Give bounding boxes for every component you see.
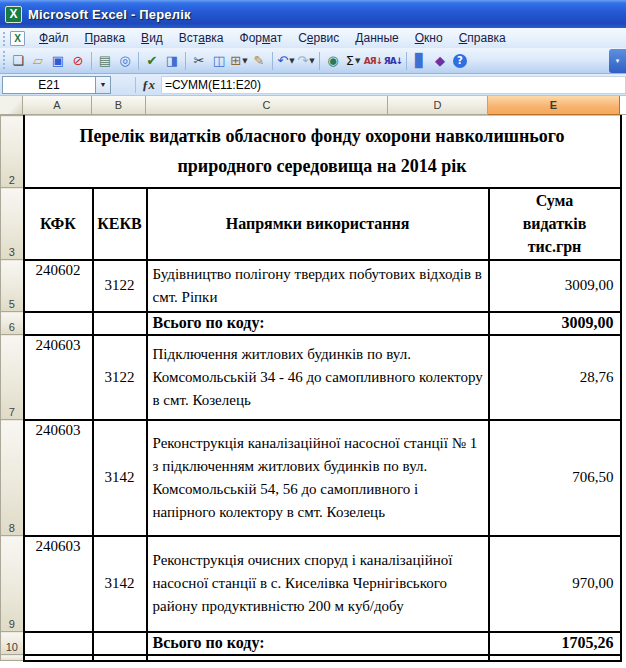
insert-hyperlink-icon[interactable]: ◉ xyxy=(323,51,343,71)
cell-direction[interactable]: Будівництво полігону твердих побутових в… xyxy=(147,260,489,312)
cell-kfk[interactable]: 240603 xyxy=(24,335,93,420)
formula-input[interactable]: =СУММ(E11:E20) xyxy=(161,76,626,94)
expense-table: 2 Перелік видатків обласного фонду охоро… xyxy=(0,115,622,662)
cell-sum[interactable]: 970,00 xyxy=(489,536,621,632)
cell-total-sum[interactable]: 1705,26 xyxy=(489,632,621,655)
row-header-8[interactable]: 8 xyxy=(1,420,24,536)
menu-bar: X ФайлПравкаВидВставкаФорматСервисДанные… xyxy=(0,28,626,48)
table-row-total: 6 Всього по коду: 3009,00 xyxy=(1,312,621,335)
menubar-drag-handle[interactable] xyxy=(1,30,6,46)
header-sum-line1: Сума xyxy=(490,189,620,212)
new-document-icon[interactable]: ❏ xyxy=(8,51,28,71)
cell-direction[interactable]: Реконструкція очисних споруд і каналізац… xyxy=(147,536,489,632)
cell-direction[interactable]: Реконструкція каналізаційної насосної ст… xyxy=(147,420,489,536)
cell-kekv[interactable]: 3142 xyxy=(93,420,147,536)
autosum-dropdown-arrow-icon[interactable]: ▼ xyxy=(355,57,360,65)
row-header-2[interactable]: 2 xyxy=(1,116,24,188)
window-title: Microsoft Excel - Перелік xyxy=(28,7,191,22)
cell-kfk[interactable]: 240603 xyxy=(24,536,93,632)
standard-toolbar: ❏▱▣⊘▤◎✔◨✂◫⊞▼✎↶▼↷▼◉Σ▼АЯ↓ЯА↓▊◆? ▾ xyxy=(0,48,626,74)
menu-item-2[interactable]: Вид xyxy=(133,29,171,47)
header-kfk[interactable]: КФК xyxy=(24,188,93,260)
cell-total-sum[interactable]: 3009,00 xyxy=(489,312,621,335)
row-header-10[interactable]: 10 xyxy=(1,632,24,655)
sheet-title-line1: Перелік видатків обласного фонду охорони… xyxy=(25,121,620,151)
select-all-corner[interactable] xyxy=(0,96,23,115)
column-header-a[interactable]: A xyxy=(23,96,92,115)
research-icon[interactable]: ◨ xyxy=(162,51,182,71)
row-header-5[interactable]: 5 xyxy=(1,260,24,312)
cell-total-label[interactable]: Всього по коду: xyxy=(147,312,489,335)
column-header-e-selected[interactable]: E xyxy=(488,96,620,115)
header-sum[interactable]: Сума видатків тис.грн xyxy=(489,188,621,260)
name-box[interactable]: E21 xyxy=(2,76,96,94)
cell-empty[interactable] xyxy=(24,312,93,335)
toolbar-separator xyxy=(272,52,273,70)
cut-icon[interactable]: ✂ xyxy=(189,51,209,71)
menu-item-3[interactable]: Вставка xyxy=(171,29,232,47)
undo-icon[interactable]: ↶▼ xyxy=(276,51,296,71)
cell-sum[interactable]: 28,76 xyxy=(489,335,621,420)
autosum-icon[interactable]: Σ▼ xyxy=(343,51,363,71)
menu-item-1[interactable]: Правка xyxy=(77,29,134,47)
cell-empty[interactable] xyxy=(24,655,93,661)
redo-dropdown-arrow-icon[interactable]: ▼ xyxy=(309,57,314,65)
insert-function-icon[interactable]: ƒx xyxy=(135,77,161,93)
cell-kfk[interactable]: 240602 xyxy=(24,260,93,312)
save-icon[interactable]: ▣ xyxy=(48,51,68,71)
menu-item-6[interactable]: Данные xyxy=(347,29,406,47)
paste-icon[interactable]: ⊞▼ xyxy=(229,51,249,71)
column-header-d[interactable]: D xyxy=(388,96,488,115)
toolbar-options-button[interactable]: ▾ xyxy=(609,49,626,73)
header-directions[interactable]: Напрямки використання xyxy=(147,188,489,260)
sort-descending-icon[interactable]: ЯА↓ xyxy=(383,51,403,71)
row-header-3[interactable]: 3 xyxy=(1,188,24,260)
cell-direction[interactable]: Підключення житлових будинків по вул. Ко… xyxy=(147,335,489,420)
workbook-icon[interactable]: X xyxy=(10,31,25,46)
cell-empty[interactable] xyxy=(93,312,147,335)
cell-empty[interactable] xyxy=(489,655,621,661)
permission-icon[interactable]: ⊘ xyxy=(68,51,88,71)
window-titlebar: X Microsoft Excel - Перелік xyxy=(0,0,626,28)
menu-item-7[interactable]: Окно xyxy=(407,29,451,47)
cell-empty[interactable] xyxy=(93,655,147,661)
drawing-icon[interactable]: ◆ xyxy=(430,51,450,71)
open-folder-icon[interactable]: ▱ xyxy=(28,51,48,71)
cell-sum[interactable]: 706,50 xyxy=(489,420,621,536)
cell-kekv[interactable]: 3122 xyxy=(93,260,147,312)
row-header-9[interactable]: 9 xyxy=(1,536,24,632)
cell-total-label[interactable]: Всього по коду: xyxy=(147,632,489,655)
header-kekv[interactable]: КЕКВ xyxy=(93,188,147,260)
copy-icon[interactable]: ◫ xyxy=(209,51,229,71)
menu-item-8[interactable]: Справка xyxy=(451,29,514,47)
sheet-title-cell[interactable]: Перелік видатків обласного фонду охорони… xyxy=(24,116,621,188)
row-header-11[interactable] xyxy=(1,655,24,661)
undo-dropdown-arrow-icon[interactable]: ▼ xyxy=(289,57,294,65)
spelling-icon[interactable]: ✔ xyxy=(142,51,162,71)
row-header-7[interactable]: 7 xyxy=(1,335,24,420)
print-preview-icon[interactable]: ◎ xyxy=(115,51,135,71)
format-painter-icon[interactable]: ✎ xyxy=(249,51,269,71)
cell-kfk[interactable]: 240603 xyxy=(24,420,93,536)
header-sum-line3: тис.грн xyxy=(490,235,620,258)
menu-item-4[interactable]: Формат xyxy=(232,29,291,47)
help-icon[interactable]: ? xyxy=(450,51,470,71)
print-icon[interactable]: ▤ xyxy=(95,51,115,71)
menu-item-0[interactable]: Файл xyxy=(31,29,77,47)
cell-empty[interactable] xyxy=(93,632,147,655)
cell-empty[interactable] xyxy=(24,632,93,655)
row-header-6[interactable]: 6 xyxy=(1,312,24,335)
redo-icon[interactable]: ↷▼ xyxy=(296,51,316,71)
sort-ascending-icon[interactable]: АЯ↓ xyxy=(363,51,383,71)
toolbar-drag-handle[interactable] xyxy=(1,51,6,71)
chart-wizard-icon[interactable]: ▊ xyxy=(410,51,430,71)
menu-item-5[interactable]: Сервис xyxy=(290,29,347,47)
name-box-dropdown-arrow-icon[interactable]: ▼ xyxy=(96,76,111,94)
cell-sum[interactable]: 3009,00 xyxy=(489,260,621,312)
cell-empty[interactable] xyxy=(147,655,489,661)
column-header-b[interactable]: B xyxy=(92,96,146,115)
paste-dropdown-arrow-icon[interactable]: ▼ xyxy=(242,57,247,65)
cell-kekv[interactable]: 3142 xyxy=(93,536,147,632)
cell-kekv[interactable]: 3122 xyxy=(93,335,147,420)
column-header-c[interactable]: C xyxy=(146,96,388,115)
